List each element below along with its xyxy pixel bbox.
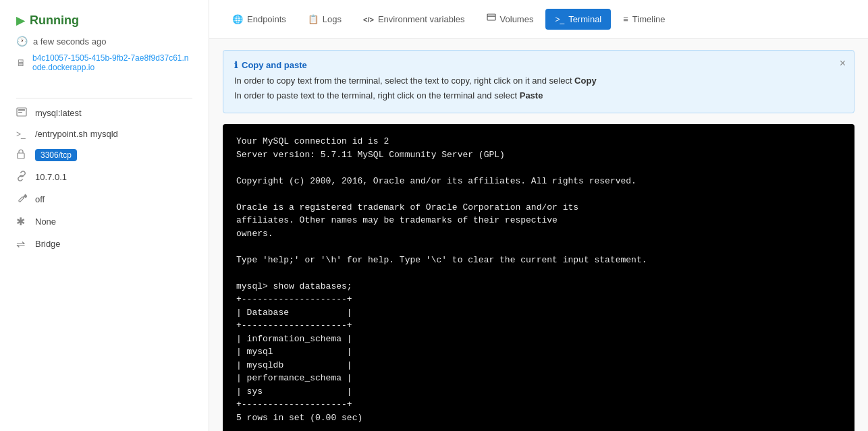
svg-rect-2 xyxy=(18,112,22,113)
network-icon: ⇌ xyxy=(16,237,28,250)
info-line2: In order to paste text to the terminal, … xyxy=(234,89,843,103)
instance-meta: 🖥 b4c10057-1505-415b-9fb2-7ae8f9d37c61.n… xyxy=(16,53,192,72)
autorestart-value: off xyxy=(35,194,45,204)
play-icon: ▶ xyxy=(16,14,24,27)
svg-rect-1 xyxy=(18,109,25,111)
sidebar-item-entrypoint: >_ /entrypoint.sh mysqld xyxy=(16,129,192,139)
entrypoint-value: /entrypoint.sh mysqld xyxy=(35,129,118,139)
clock-icon: 🕐 xyxy=(16,36,28,47)
info-box-title: ℹ Copy and paste xyxy=(234,60,843,70)
info-line1: In order to copy text from the terminal,… xyxy=(234,74,843,88)
image-value: mysql:latest xyxy=(35,108,82,118)
plugin-value: None xyxy=(35,217,56,227)
terminal-tab-icon: >_ xyxy=(555,15,564,24)
svg-rect-4 xyxy=(487,16,495,20)
info-icon: ℹ xyxy=(234,60,238,70)
sidebar: ▶ Running 🕐 a few seconds ago 🖥 b4c10057… xyxy=(0,0,209,431)
sidebar-info-list: mysql:latest >_ /entrypoint.sh mysqld 33… xyxy=(16,107,192,250)
sidebar-item-network: ⇌ Bridge xyxy=(16,237,192,250)
terminal-icon-sm: >_ xyxy=(16,130,28,139)
timeline-icon: ≡ xyxy=(623,14,628,24)
svg-rect-3 xyxy=(18,153,24,159)
status-label: Running xyxy=(30,13,79,28)
main-panel: 🌐 Endpoints 📋 Logs </> Environment varia… xyxy=(209,0,868,431)
network-value: Bridge xyxy=(35,239,61,249)
ip-value: 10.7.0.1 xyxy=(35,172,67,182)
tab-timeline[interactable]: ≡ Timeline xyxy=(614,9,674,30)
link-icon xyxy=(16,171,28,183)
tab-bar: 🌐 Endpoints 📋 Logs </> Environment varia… xyxy=(209,0,868,39)
time-meta: 🕐 a few seconds ago xyxy=(16,36,192,47)
volumes-icon xyxy=(487,13,496,25)
port-badge: 3306/tcp xyxy=(35,149,77,161)
status-section: ▶ Running 🕐 a few seconds ago 🖥 b4c10057… xyxy=(16,13,192,79)
sidebar-item-port: 3306/tcp xyxy=(16,148,192,161)
lock-icon xyxy=(16,148,28,161)
sidebar-divider xyxy=(16,98,192,98)
sidebar-item-autorestart: off xyxy=(16,193,192,206)
sidebar-item-image: mysql:latest xyxy=(16,107,192,119)
tab-terminal[interactable]: >_ Terminal xyxy=(545,9,611,30)
terminal-output: Your MySQL connection id is 2 Server ver… xyxy=(236,136,647,431)
copy-paste-info-box: ℹ Copy and paste In order to copy text f… xyxy=(223,50,855,113)
logs-icon: 📋 xyxy=(308,14,319,24)
sidebar-item-plugin: ✱ None xyxy=(16,215,192,228)
terminal[interactable]: Your MySQL connection id is 2 Server ver… xyxy=(223,124,855,431)
status-running: ▶ Running xyxy=(16,13,192,28)
content-area: ℹ Copy and paste In order to copy text f… xyxy=(209,39,868,431)
sidebar-item-ip: 10.7.0.1 xyxy=(16,171,192,183)
time-label: a few seconds ago xyxy=(33,36,106,47)
instance-link[interactable]: b4c10057-1505-415b-9fb2-7ae8f9d37c61.nod… xyxy=(32,53,192,72)
tab-endpoints[interactable]: 🌐 Endpoints xyxy=(223,9,296,30)
tab-env-vars[interactable]: </> Environment variables xyxy=(354,9,474,30)
tab-volumes[interactable]: Volumes xyxy=(477,8,543,30)
tab-logs[interactable]: 📋 Logs xyxy=(298,9,351,30)
info-close-button[interactable]: × xyxy=(840,57,846,69)
svg-rect-5 xyxy=(487,14,495,16)
endpoints-icon: 🌐 xyxy=(232,14,243,24)
plugin-icon: ✱ xyxy=(16,215,28,228)
image-icon xyxy=(16,107,28,119)
env-icon: </> xyxy=(363,16,374,24)
monitor-icon: 🖥 xyxy=(16,57,27,68)
wrench-icon xyxy=(16,193,28,206)
